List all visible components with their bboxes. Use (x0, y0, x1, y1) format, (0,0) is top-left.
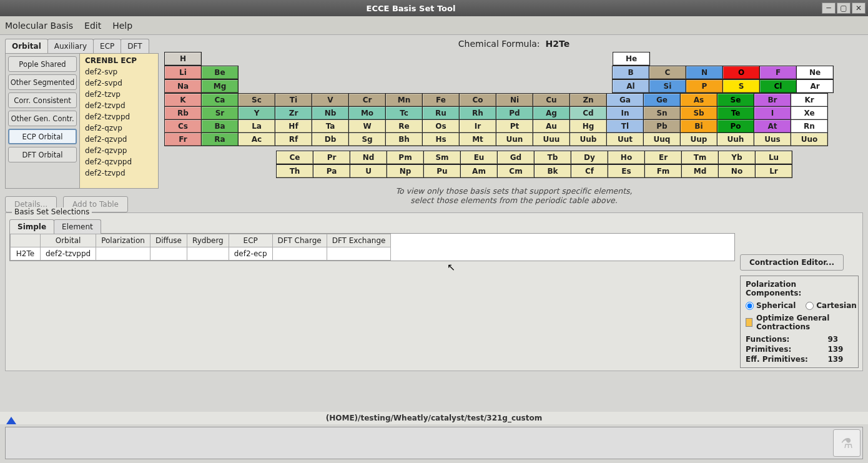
element-Th[interactable]: Th (276, 164, 313, 178)
element-Cf[interactable]: Cf (571, 164, 608, 178)
element-Md[interactable]: Md (681, 164, 719, 178)
cat-pople-shared[interactable]: Pople Shared (8, 56, 77, 72)
element-Mt[interactable]: Mt (459, 132, 496, 146)
element-Kr[interactable]: Kr (791, 93, 828, 107)
element-Ce[interactable]: Ce (276, 151, 313, 164)
element-K[interactable]: K (164, 93, 202, 107)
element-Rb[interactable]: Rb (164, 106, 202, 120)
element-P[interactable]: P (686, 79, 723, 93)
radio-cartesian[interactable]: Cartesian (806, 301, 857, 310)
element-Es[interactable]: Es (608, 164, 645, 178)
element-Uut[interactable]: Uut (606, 132, 644, 146)
basis-set-item[interactable]: def2-qzvpp (80, 145, 158, 156)
element-Rf[interactable]: Rf (275, 132, 312, 146)
element-Ni[interactable]: Ni (496, 93, 533, 107)
element-Ge[interactable]: Ge (643, 93, 681, 107)
basis-set-item[interactable]: def2-svp (80, 66, 158, 77)
element-U[interactable]: U (350, 164, 387, 178)
element-Tb[interactable]: Tb (534, 151, 571, 164)
element-Ho[interactable]: Ho (608, 151, 645, 164)
element-Na[interactable]: Na (164, 79, 202, 93)
element-Se[interactable]: Se (717, 93, 754, 107)
element-Co[interactable]: Co (459, 93, 496, 107)
table-cell[interactable] (187, 247, 229, 261)
tab-dft[interactable]: DFT (121, 39, 149, 53)
element-Ta[interactable]: Ta (312, 119, 349, 133)
radio-spherical[interactable]: Spherical (746, 301, 796, 310)
element-In[interactable]: In (606, 106, 644, 120)
element-Gd[interactable]: Gd (497, 151, 535, 164)
element-Bi[interactable]: Bi (680, 119, 718, 133)
element-Cl[interactable]: Cl (759, 79, 797, 93)
element-Uuu[interactable]: Uuu (533, 132, 570, 146)
element-No[interactable]: No (718, 164, 756, 178)
element-Cd[interactable]: Cd (570, 106, 607, 120)
menu-help[interactable]: Help (112, 21, 132, 31)
element-Lu[interactable]: Lu (755, 151, 792, 164)
basis-set-list[interactable]: CRENBL ECPdef2-svpdef2-svpddef2-tzvpdef2… (79, 54, 158, 188)
basis-set-item[interactable]: def2-qzvppd (80, 156, 158, 167)
element-Mo[interactable]: Mo (348, 106, 386, 120)
element-Mn[interactable]: Mn (385, 93, 423, 107)
element-At[interactable]: At (754, 119, 791, 133)
basis-set-item[interactable]: def2-qzvpd (80, 134, 158, 145)
element-Ne[interactable]: Ne (796, 66, 834, 79)
expand-icon[interactable] (6, 417, 16, 424)
element-W[interactable]: W (348, 119, 386, 133)
element-Re[interactable]: Re (385, 119, 423, 133)
element-He[interactable]: He (613, 52, 650, 66)
run-button[interactable]: ⚗ (833, 429, 861, 457)
element-La[interactable]: La (238, 119, 275, 133)
table-cell[interactable]: H2Te (11, 247, 41, 261)
element-Uun[interactable]: Uun (496, 132, 533, 146)
element-Uub[interactable]: Uub (570, 132, 607, 146)
element-Bk[interactable]: Bk (534, 164, 571, 178)
element-Dy[interactable]: Dy (571, 151, 608, 164)
cat-other-segmented[interactable]: Other Segmented (8, 74, 77, 90)
cat-dft-orbital[interactable]: DFT Orbital (8, 147, 77, 162)
element-Cs[interactable]: Cs (164, 119, 202, 133)
element-Xe[interactable]: Xe (791, 106, 828, 120)
tab-simple[interactable]: Simple (9, 219, 54, 234)
element-Ir[interactable]: Ir (459, 119, 496, 133)
element-Mg[interactable]: Mg (201, 79, 239, 93)
basis-set-item[interactable]: def2-qzvp (80, 122, 158, 134)
element-Np[interactable]: Np (387, 164, 424, 178)
element-Ga[interactable]: Ga (606, 93, 644, 107)
element-Pa[interactable]: Pa (313, 164, 350, 178)
element-Os[interactable]: Os (422, 119, 460, 133)
element-Be[interactable]: Be (201, 66, 239, 79)
element-Lr[interactable]: Lr (755, 164, 792, 178)
element-Y[interactable]: Y (238, 106, 275, 120)
element-Ra[interactable]: Ra (201, 132, 239, 146)
element-Li[interactable]: Li (164, 66, 202, 79)
contraction-editor-button[interactable]: Contraction Editor... (740, 254, 844, 271)
table-cell[interactable] (96, 247, 150, 261)
element-Ca[interactable]: Ca (201, 93, 239, 107)
element-N[interactable]: N (686, 66, 723, 79)
element-Uup[interactable]: Uup (680, 132, 718, 146)
table-cell[interactable] (150, 247, 187, 261)
element-Uuq[interactable]: Uuq (643, 132, 681, 146)
element-Pu[interactable]: Pu (423, 164, 461, 178)
element-I[interactable]: I (754, 106, 791, 120)
element-Fm[interactable]: Fm (644, 164, 682, 178)
tab-ecp[interactable]: ECP (93, 39, 121, 53)
menu-edit[interactable]: Edit (84, 21, 101, 31)
table-cell[interactable] (327, 247, 391, 261)
table-cell[interactable]: def2-tzvppd (41, 247, 96, 261)
element-Ar[interactable]: Ar (796, 79, 834, 93)
element-Al[interactable]: Al (612, 79, 649, 93)
element-Tm[interactable]: Tm (681, 151, 719, 164)
element-Ba[interactable]: Ba (201, 119, 239, 133)
element-Pm[interactable]: Pm (387, 151, 424, 164)
element-Cu[interactable]: Cu (533, 93, 570, 107)
tab-orbital[interactable]: Orbital (5, 39, 48, 53)
element-Te[interactable]: Te (717, 106, 754, 120)
element-Sr[interactable]: Sr (201, 106, 239, 120)
element-Fr[interactable]: Fr (164, 132, 202, 146)
element-Eu[interactable]: Eu (460, 151, 498, 164)
minimize-button[interactable]: ─ (822, 2, 836, 14)
element-Pr[interactable]: Pr (313, 151, 350, 164)
element-Sn[interactable]: Sn (643, 106, 681, 120)
